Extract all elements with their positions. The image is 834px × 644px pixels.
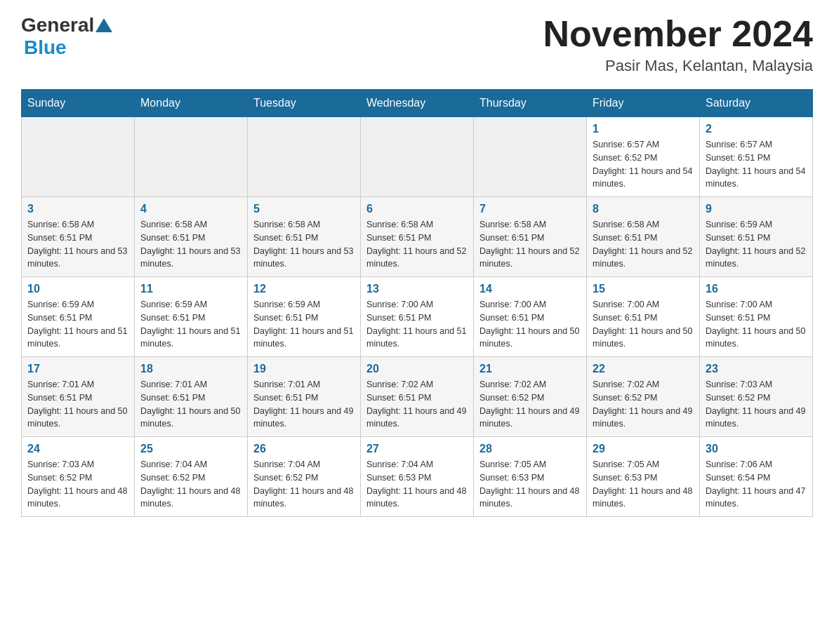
day-info: Sunrise: 7:00 AMSunset: 6:51 PMDaylight:… bbox=[479, 298, 581, 351]
calendar-cell bbox=[135, 117, 248, 197]
calendar-cell: 2Sunrise: 6:57 AMSunset: 6:51 PMDaylight… bbox=[700, 117, 813, 197]
day-info: Sunrise: 7:00 AMSunset: 6:51 PMDaylight:… bbox=[706, 298, 807, 351]
day-number: 20 bbox=[366, 363, 468, 375]
day-number: 18 bbox=[140, 363, 241, 375]
calendar-cell: 4Sunrise: 6:58 AMSunset: 6:51 PMDaylight… bbox=[135, 197, 248, 277]
day-number: 8 bbox=[593, 203, 694, 215]
day-info: Sunrise: 7:04 AMSunset: 6:52 PMDaylight:… bbox=[253, 458, 355, 511]
day-info: Sunrise: 6:58 AMSunset: 6:51 PMDaylight:… bbox=[253, 218, 355, 271]
day-info: Sunrise: 6:58 AMSunset: 6:51 PMDaylight:… bbox=[140, 218, 241, 271]
header-sunday: Sunday bbox=[22, 90, 135, 117]
header-monday: Monday bbox=[135, 90, 248, 117]
week-row-3: 17Sunrise: 7:01 AMSunset: 6:51 PMDayligh… bbox=[22, 357, 813, 437]
day-info: Sunrise: 6:57 AMSunset: 6:52 PMDaylight:… bbox=[593, 138, 694, 191]
day-info: Sunrise: 6:59 AMSunset: 6:51 PMDaylight:… bbox=[706, 218, 807, 271]
calendar-cell bbox=[361, 117, 474, 197]
logo-triangle-icon bbox=[94, 15, 114, 35]
calendar-cell: 20Sunrise: 7:02 AMSunset: 6:51 PMDayligh… bbox=[361, 357, 474, 437]
location-title: Pasir Mas, Kelantan, Malaysia bbox=[543, 57, 813, 75]
calendar-cell: 9Sunrise: 6:59 AMSunset: 6:51 PMDaylight… bbox=[700, 197, 813, 277]
day-number: 7 bbox=[479, 203, 581, 215]
calendar-cell: 15Sunrise: 7:00 AMSunset: 6:51 PMDayligh… bbox=[587, 277, 700, 357]
calendar-cell: 22Sunrise: 7:02 AMSunset: 6:52 PMDayligh… bbox=[587, 357, 700, 437]
day-info: Sunrise: 7:03 AMSunset: 6:52 PMDaylight:… bbox=[27, 458, 128, 511]
calendar-cell: 7Sunrise: 6:58 AMSunset: 6:51 PMDaylight… bbox=[474, 197, 587, 277]
week-row-4: 24Sunrise: 7:03 AMSunset: 6:52 PMDayligh… bbox=[22, 437, 813, 517]
calendar-cell: 14Sunrise: 7:00 AMSunset: 6:51 PMDayligh… bbox=[474, 277, 587, 357]
day-number: 17 bbox=[27, 363, 128, 375]
header-tuesday: Tuesday bbox=[248, 90, 361, 117]
calendar-cell: 29Sunrise: 7:05 AMSunset: 6:53 PMDayligh… bbox=[587, 437, 700, 517]
calendar-cell: 18Sunrise: 7:01 AMSunset: 6:51 PMDayligh… bbox=[135, 357, 248, 437]
calendar-cell: 8Sunrise: 6:58 AMSunset: 6:51 PMDaylight… bbox=[587, 197, 700, 277]
day-info: Sunrise: 6:58 AMSunset: 6:51 PMDaylight:… bbox=[366, 218, 468, 271]
day-number: 28 bbox=[479, 443, 581, 455]
calendar-cell: 6Sunrise: 6:58 AMSunset: 6:51 PMDaylight… bbox=[361, 197, 474, 277]
day-number: 15 bbox=[593, 283, 694, 295]
calendar-cell: 27Sunrise: 7:04 AMSunset: 6:53 PMDayligh… bbox=[361, 437, 474, 517]
day-info: Sunrise: 7:00 AMSunset: 6:51 PMDaylight:… bbox=[593, 298, 694, 351]
header-row: SundayMondayTuesdayWednesdayThursdayFrid… bbox=[22, 90, 813, 117]
calendar-cell: 30Sunrise: 7:06 AMSunset: 6:54 PMDayligh… bbox=[700, 437, 813, 517]
header-thursday: Thursday bbox=[474, 90, 587, 117]
calendar-cell: 17Sunrise: 7:01 AMSunset: 6:51 PMDayligh… bbox=[22, 357, 135, 437]
calendar-cell: 23Sunrise: 7:03 AMSunset: 6:52 PMDayligh… bbox=[700, 357, 813, 437]
calendar-cell: 1Sunrise: 6:57 AMSunset: 6:52 PMDaylight… bbox=[587, 117, 700, 197]
calendar-cell: 13Sunrise: 7:00 AMSunset: 6:51 PMDayligh… bbox=[361, 277, 474, 357]
day-info: Sunrise: 7:05 AMSunset: 6:53 PMDaylight:… bbox=[593, 458, 694, 511]
day-number: 11 bbox=[140, 283, 241, 295]
week-row-1: 3Sunrise: 6:58 AMSunset: 6:51 PMDaylight… bbox=[22, 197, 813, 277]
page-header: General Blue November 2024 Pasir Mas, Ke… bbox=[21, 14, 813, 75]
day-number: 30 bbox=[706, 443, 807, 455]
day-number: 26 bbox=[253, 443, 355, 455]
day-info: Sunrise: 6:58 AMSunset: 6:51 PMDaylight:… bbox=[27, 218, 128, 271]
day-number: 24 bbox=[27, 443, 128, 455]
calendar-cell: 12Sunrise: 6:59 AMSunset: 6:51 PMDayligh… bbox=[248, 277, 361, 357]
calendar-table: SundayMondayTuesdayWednesdayThursdayFrid… bbox=[21, 89, 813, 517]
logo-general-text: General bbox=[21, 14, 94, 36]
header-saturday: Saturday bbox=[700, 90, 813, 117]
day-info: Sunrise: 6:58 AMSunset: 6:51 PMDaylight:… bbox=[479, 218, 581, 271]
day-info: Sunrise: 6:58 AMSunset: 6:51 PMDaylight:… bbox=[593, 218, 694, 271]
day-number: 4 bbox=[140, 203, 241, 215]
month-title: November 2024 bbox=[543, 14, 813, 54]
calendar-cell bbox=[474, 117, 587, 197]
day-info: Sunrise: 7:04 AMSunset: 6:52 PMDaylight:… bbox=[140, 458, 241, 511]
day-info: Sunrise: 7:02 AMSunset: 6:52 PMDaylight:… bbox=[479, 378, 581, 431]
day-info: Sunrise: 7:01 AMSunset: 6:51 PMDaylight:… bbox=[27, 378, 128, 431]
day-number: 13 bbox=[366, 283, 468, 295]
calendar-cell: 28Sunrise: 7:05 AMSunset: 6:53 PMDayligh… bbox=[474, 437, 587, 517]
week-row-2: 10Sunrise: 6:59 AMSunset: 6:51 PMDayligh… bbox=[22, 277, 813, 357]
header-wednesday: Wednesday bbox=[361, 90, 474, 117]
day-number: 12 bbox=[253, 283, 355, 295]
day-number: 27 bbox=[366, 443, 468, 455]
day-number: 29 bbox=[593, 443, 694, 455]
day-info: Sunrise: 7:01 AMSunset: 6:51 PMDaylight:… bbox=[140, 378, 241, 431]
day-number: 10 bbox=[27, 283, 128, 295]
calendar-cell bbox=[22, 117, 135, 197]
day-number: 25 bbox=[140, 443, 241, 455]
calendar-cell: 19Sunrise: 7:01 AMSunset: 6:51 PMDayligh… bbox=[248, 357, 361, 437]
week-row-0: 1Sunrise: 6:57 AMSunset: 6:52 PMDaylight… bbox=[22, 117, 813, 197]
calendar-cell: 5Sunrise: 6:58 AMSunset: 6:51 PMDaylight… bbox=[248, 197, 361, 277]
calendar-header: SundayMondayTuesdayWednesdayThursdayFrid… bbox=[22, 90, 813, 117]
day-info: Sunrise: 6:57 AMSunset: 6:51 PMDaylight:… bbox=[706, 138, 807, 191]
day-info: Sunrise: 7:04 AMSunset: 6:53 PMDaylight:… bbox=[366, 458, 468, 511]
calendar-cell: 25Sunrise: 7:04 AMSunset: 6:52 PMDayligh… bbox=[135, 437, 248, 517]
day-info: Sunrise: 7:05 AMSunset: 6:53 PMDaylight:… bbox=[479, 458, 581, 511]
calendar-cell bbox=[248, 117, 361, 197]
day-number: 14 bbox=[479, 283, 581, 295]
day-number: 16 bbox=[706, 283, 807, 295]
calendar-cell: 16Sunrise: 7:00 AMSunset: 6:51 PMDayligh… bbox=[700, 277, 813, 357]
day-number: 6 bbox=[366, 203, 468, 215]
day-number: 5 bbox=[253, 203, 355, 215]
day-info: Sunrise: 6:59 AMSunset: 6:51 PMDaylight:… bbox=[140, 298, 241, 351]
day-number: 22 bbox=[593, 363, 694, 375]
header-friday: Friday bbox=[587, 90, 700, 117]
day-info: Sunrise: 7:01 AMSunset: 6:51 PMDaylight:… bbox=[253, 378, 355, 431]
day-info: Sunrise: 6:59 AMSunset: 6:51 PMDaylight:… bbox=[27, 298, 128, 351]
calendar-cell: 3Sunrise: 6:58 AMSunset: 6:51 PMDaylight… bbox=[22, 197, 135, 277]
calendar-cell: 11Sunrise: 6:59 AMSunset: 6:51 PMDayligh… bbox=[135, 277, 248, 357]
day-info: Sunrise: 7:06 AMSunset: 6:54 PMDaylight:… bbox=[706, 458, 807, 511]
day-number: 1 bbox=[593, 123, 694, 135]
